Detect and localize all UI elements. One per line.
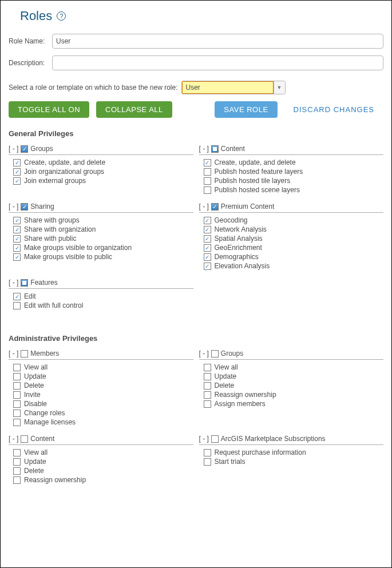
group-head-content: [ - ] Content <box>9 434 193 445</box>
description-input[interactable] <box>52 55 383 70</box>
group-checkbox[interactable] <box>21 279 28 287</box>
item-label: Manage licenses <box>24 418 76 426</box>
item-label: Geocoding <box>215 216 248 224</box>
col-left: [ - ] Members View all Update Delete Inv… <box>9 346 193 431</box>
group-checkbox[interactable] <box>21 145 28 153</box>
group-checkbox[interactable] <box>211 203 219 210</box>
privilege-item: Share with groups <box>13 216 193 225</box>
item-checkbox[interactable] <box>204 186 211 194</box>
item-checkbox[interactable] <box>204 168 211 176</box>
collapse-all-button[interactable]: COLLAPSE ALL <box>96 101 172 118</box>
item-checkbox[interactable] <box>204 263 211 270</box>
group-checkbox[interactable] <box>21 435 28 443</box>
privilege-row: [ - ] Features Edit Edit with full contr… <box>9 275 383 315</box>
group-items: View all Update Delete Invite Disable Ch… <box>9 360 193 431</box>
collapse-toggle[interactable]: [ - ] <box>9 202 18 210</box>
section-title: General Privileges <box>9 129 383 138</box>
item-checkbox[interactable] <box>13 391 21 399</box>
role-name-input[interactable] <box>52 34 383 49</box>
privilege-item: Publish hosted scene layers <box>204 185 384 194</box>
help-icon[interactable]: ? <box>57 11 66 21</box>
group-checkbox[interactable] <box>211 350 219 358</box>
item-checkbox[interactable] <box>204 373 211 380</box>
collapse-toggle[interactable]: [ - ] <box>199 435 209 443</box>
col-right: [ - ] Groups View all Update Delete Reas… <box>199 346 384 431</box>
group-items: Create, update, and delete Publish hoste… <box>199 155 384 199</box>
template-select[interactable]: User ▼ <box>181 81 286 94</box>
item-checkbox[interactable] <box>13 476 21 484</box>
collapse-toggle[interactable]: [ - ] <box>199 202 209 210</box>
item-checkbox[interactable] <box>204 244 211 252</box>
save-role-button[interactable]: SAVE ROLE <box>215 101 277 118</box>
collapse-toggle[interactable]: [ - ] <box>9 349 18 358</box>
item-checkbox[interactable] <box>13 419 21 426</box>
item-label: Request purchase information <box>215 448 306 456</box>
chevron-down-icon[interactable]: ▼ <box>274 81 285 94</box>
item-checkbox[interactable] <box>204 253 211 261</box>
item-checkbox[interactable] <box>13 235 21 243</box>
privilege-item: View all <box>204 363 384 372</box>
item-checkbox[interactable] <box>13 293 21 300</box>
privilege-item: Network Analysis <box>204 225 384 234</box>
item-checkbox[interactable] <box>204 217 211 224</box>
item-label: Disable <box>24 400 47 408</box>
item-checkbox[interactable] <box>13 449 21 456</box>
collapse-toggle[interactable]: [ - ] <box>199 349 209 358</box>
item-checkbox[interactable] <box>204 400 211 408</box>
item-checkbox[interactable] <box>13 302 21 309</box>
group-checkbox[interactable] <box>211 145 219 153</box>
item-checkbox[interactable] <box>13 159 21 166</box>
collapse-toggle[interactable]: [ - ] <box>9 279 18 287</box>
item-checkbox[interactable] <box>204 235 211 243</box>
privilege-row: [ - ] Groups Create, update, and delete … <box>9 141 383 199</box>
item-checkbox[interactable] <box>13 400 21 408</box>
item-label: Share with groups <box>24 216 80 224</box>
group-checkbox[interactable] <box>211 435 219 443</box>
item-checkbox[interactable] <box>204 159 211 166</box>
collapse-toggle[interactable]: [ - ] <box>9 145 18 153</box>
toggle-all-button[interactable]: TOGGLE ALL ON <box>9 101 89 118</box>
privilege-item: Create, update, and delete <box>13 158 193 167</box>
group-checkbox[interactable] <box>21 350 28 358</box>
privilege-item: View all <box>13 448 193 457</box>
item-checkbox[interactable] <box>13 253 21 261</box>
item-label: Delete <box>215 382 235 390</box>
item-checkbox[interactable] <box>13 226 21 233</box>
collapse-toggle[interactable]: [ - ] <box>199 145 209 153</box>
privilege-item: Elevation Analysis <box>204 261 384 271</box>
item-checkbox[interactable] <box>13 467 21 475</box>
item-checkbox[interactable] <box>13 373 21 380</box>
privilege-item: Disable <box>13 399 193 408</box>
privilege-item: Update <box>204 372 384 381</box>
item-checkbox[interactable] <box>204 391 211 399</box>
privilege-item: Reassign ownership <box>204 390 384 399</box>
item-checkbox[interactable] <box>204 458 211 466</box>
template-value: User <box>182 81 274 94</box>
item-checkbox[interactable] <box>13 217 21 224</box>
item-label: Reassign ownership <box>24 476 86 484</box>
item-checkbox[interactable] <box>204 226 211 233</box>
item-checkbox[interactable] <box>13 410 21 417</box>
item-checkbox[interactable] <box>13 168 21 176</box>
privilege-item: Invite <box>13 390 193 399</box>
item-label: Make groups visible to public <box>24 253 112 261</box>
group-label: ArcGIS Marketplace Subscriptions <box>221 435 326 443</box>
item-checkbox[interactable] <box>13 458 21 466</box>
item-checkbox[interactable] <box>13 382 21 390</box>
item-checkbox[interactable] <box>204 364 211 371</box>
item-checkbox[interactable] <box>13 244 21 252</box>
privilege-item: Delete <box>13 466 193 475</box>
discard-changes-button[interactable]: DISCARD CHANGES <box>284 101 383 118</box>
privilege-item: Join organizational groups <box>13 167 193 176</box>
item-checkbox[interactable] <box>204 177 211 185</box>
item-label: Update <box>24 458 46 466</box>
group-checkbox[interactable] <box>21 203 28 210</box>
collapse-toggle[interactable]: [ - ] <box>9 435 18 443</box>
group-head-features: [ - ] Features <box>9 277 193 289</box>
item-checkbox[interactable] <box>13 364 21 371</box>
item-checkbox[interactable] <box>13 177 21 185</box>
item-label: Create, update, and delete <box>24 158 105 166</box>
group-items: View all Update Delete Reassign ownershi… <box>199 360 384 413</box>
item-checkbox[interactable] <box>204 449 211 456</box>
item-checkbox[interactable] <box>204 382 211 390</box>
